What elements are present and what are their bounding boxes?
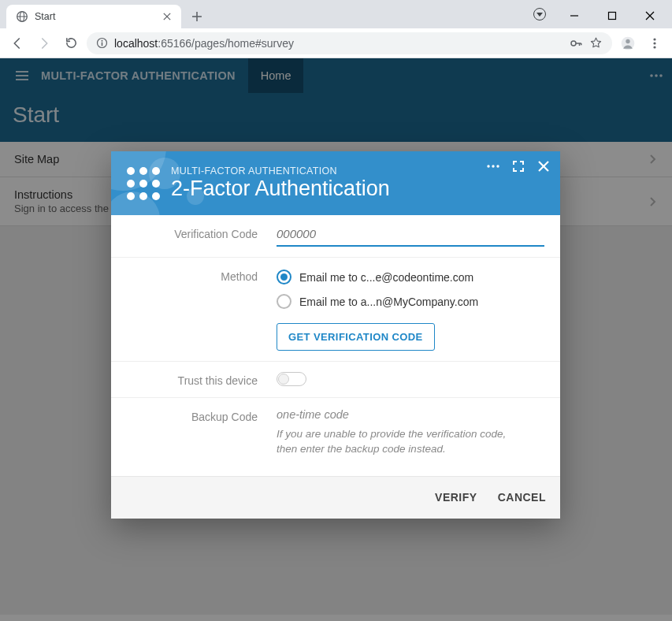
- forward-button[interactable]: [33, 32, 55, 54]
- verification-code-input[interactable]: [277, 225, 544, 247]
- svg-point-20: [653, 38, 655, 40]
- modal-footer: VERIFY CANCEL: [111, 476, 560, 519]
- globe-icon: [16, 10, 28, 23]
- modal-headline: 2-Factor Authentication: [171, 177, 390, 201]
- back-button[interactable]: [6, 32, 28, 54]
- tab-search-icon[interactable]: [533, 8, 546, 20]
- svg-point-14: [571, 41, 576, 46]
- verify-button[interactable]: VERIFY: [435, 491, 477, 504]
- modal-eyebrow: MULTI-FACTOR AUTHENTICATION: [171, 165, 390, 177]
- info-icon[interactable]: [96, 37, 108, 49]
- method-option-1[interactable]: Email me to c...e@codeontime.com: [277, 270, 544, 284]
- mfa-modal: MULTI-FACTOR AUTHENTICATION 2-Factor Aut…: [111, 151, 560, 519]
- dial-pad-icon: [127, 167, 160, 200]
- new-tab-button[interactable]: [186, 6, 208, 28]
- get-verification-code-button[interactable]: GET VERIFICATION CODE: [277, 323, 435, 351]
- svg-point-12: [102, 40, 103, 42]
- browser-chrome: Start localhost:65166/pages/home#survey: [0, 0, 672, 58]
- svg-point-22: [653, 46, 655, 48]
- method-option-2[interactable]: Email me to a...n@MyCompany.com: [277, 294, 544, 309]
- method-option-label: Email me to c...e@codeontime.com: [299, 271, 473, 284]
- window-close-button[interactable]: [633, 5, 667, 27]
- label-trust-device: Trust this device: [127, 372, 277, 387]
- label-verification-code: Verification Code: [127, 225, 277, 247]
- modal-body: Verification Code Method Email me to c..…: [111, 215, 560, 476]
- browser-toolbar: localhost:65166/pages/home#survey: [0, 28, 672, 58]
- radio-selected-icon: [277, 270, 291, 284]
- backup-code-input[interactable]: one-time code: [277, 408, 544, 421]
- modal-header: MULTI-FACTOR AUTHENTICATION 2-Factor Aut…: [111, 151, 560, 215]
- cancel-button[interactable]: CANCEL: [498, 491, 546, 504]
- label-method: Method: [127, 268, 277, 351]
- tab-title: Start: [35, 11, 154, 22]
- reload-button[interactable]: [60, 32, 82, 54]
- close-icon[interactable]: [161, 10, 173, 23]
- star-icon[interactable]: [589, 36, 603, 50]
- url-text: localhost:65166/pages/home#survey: [114, 37, 562, 50]
- address-bar[interactable]: localhost:65166/pages/home#survey: [87, 32, 612, 54]
- label-backup-code: Backup Code: [127, 408, 277, 457]
- svg-rect-8: [609, 13, 616, 20]
- radio-unselected-icon: [277, 294, 291, 309]
- key-icon[interactable]: [569, 36, 583, 50]
- svg-rect-13: [102, 43, 103, 46]
- trust-device-toggle[interactable]: [277, 372, 306, 386]
- window-controls: [557, 5, 667, 27]
- browser-tab[interactable]: Start: [6, 5, 181, 28]
- backup-code-hint: If you are unable to provide the verific…: [277, 427, 521, 457]
- kebab-menu-icon[interactable]: [644, 32, 666, 54]
- method-option-label: Email me to a...n@MyCompany.com: [299, 296, 478, 308]
- svg-point-19: [626, 39, 629, 43]
- profile-button[interactable]: [617, 32, 639, 54]
- maximize-button[interactable]: [595, 5, 629, 27]
- minimize-button[interactable]: [557, 5, 592, 27]
- tab-strip: Start: [0, 0, 672, 28]
- svg-point-21: [653, 42, 655, 44]
